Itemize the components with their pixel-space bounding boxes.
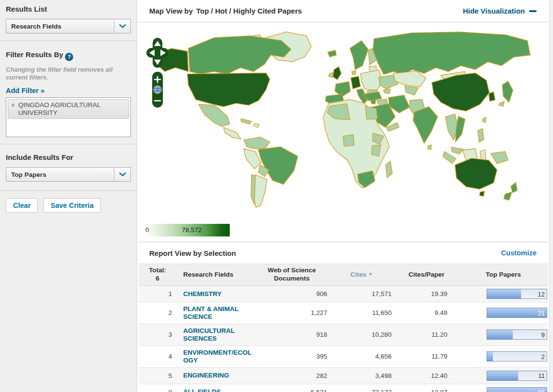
map-panel-title: Map View byTop / Hot / Highly Cited Pape… [149, 7, 302, 15]
country-shape[interactable] [483, 117, 486, 123]
country-shape[interactable] [405, 86, 418, 95]
research-field-link[interactable]: ALL FIELDS [176, 385, 255, 392]
header-total: Total: 6 [139, 264, 176, 285]
country-shape[interactable] [502, 81, 513, 102]
country-shape[interactable] [328, 50, 336, 57]
chevron-down-icon[interactable] [114, 168, 130, 181]
map-region: 0 78,572 [138, 22, 549, 242]
country-shape[interactable] [251, 174, 255, 204]
cites-per-paper-cell: 9.49 [395, 306, 458, 319]
filter-chip[interactable]: × QINGDAO AGRICULTURAL UNIVERSITY [8, 99, 129, 119]
rank-cell: 3 [139, 328, 176, 341]
results-list-section: Results List Research Fields [0, 0, 137, 41]
top-papers-value: 65 [538, 389, 545, 392]
country-shape[interactable] [490, 152, 508, 164]
country-shape[interactable] [443, 152, 456, 164]
research-field-link[interactable]: PLANT & ANIMAL SCIENCE [176, 302, 255, 324]
country-shape[interactable] [372, 145, 381, 157]
country-shape[interactable] [393, 71, 426, 87]
rank-cell: 5 [139, 369, 176, 382]
remove-filter-icon[interactable]: × [11, 102, 15, 109]
country-shape[interactable] [223, 127, 241, 139]
research-field-link[interactable]: AGRICULTURAL SCIENCES [176, 324, 255, 345]
cites-per-paper-cell: 11.79 [395, 350, 458, 363]
header-top-papers[interactable]: Top Papers [458, 264, 548, 285]
report-table: Total: 6 Research Fields Web of Science … [139, 264, 548, 392]
table-row: 0ALL FIELDS5,52172,17213.0765 [139, 384, 548, 392]
help-icon[interactable]: ? [65, 53, 73, 61]
country-shape[interactable] [244, 137, 270, 149]
country-shape[interactable] [511, 182, 517, 192]
chevron-down-icon[interactable] [114, 19, 130, 33]
legend-min-label: 0 [145, 226, 149, 234]
header-cites-per-paper[interactable]: Cites/Paper [395, 264, 458, 285]
customize-link[interactable]: Customize [501, 249, 537, 257]
country-shape[interactable] [350, 41, 368, 70]
country-shape[interactable] [198, 104, 230, 126]
country-shape[interactable] [386, 161, 393, 178]
research-field-link[interactable]: CHEMISTRY [176, 287, 255, 301]
include-results-dropdown[interactable]: Top Papers [6, 167, 131, 182]
top-papers-bar-fill [487, 352, 493, 361]
docs-cell: 1,227 [255, 306, 329, 319]
country-shape[interactable] [480, 191, 485, 196]
header-web-of-science-documents[interactable]: Web of Science Documents [255, 264, 329, 285]
research-field-link[interactable]: ENGINEERING [176, 369, 255, 382]
filter-listbox: × QINGDAO AGRICULTURAL UNIVERSITY [6, 97, 131, 137]
save-criteria-button[interactable]: Save Criteria [43, 198, 101, 213]
table-row: 2PLANT & ANIMAL SCIENCE1,22711,6509.4921 [139, 302, 548, 324]
include-results-selected-value: Top Papers [6, 168, 114, 181]
top-papers-value: 21 [538, 309, 545, 316]
cites-cell: 4,656 [329, 350, 395, 363]
rank-cell: 4 [139, 350, 176, 363]
top-papers-bar: 12 [487, 289, 547, 299]
country-shape[interactable] [478, 128, 484, 142]
country-shape[interactable] [489, 92, 495, 101]
country-shape[interactable] [254, 124, 259, 127]
globe-icon[interactable] [154, 86, 161, 94]
results-list-dropdown[interactable]: Research Fields [6, 19, 131, 33]
esi-application: Results List Research Fields Filter Resu… [0, 0, 553, 392]
hide-visualization-link[interactable]: Hide Visualization [463, 7, 537, 15]
country-shape[interactable] [241, 119, 252, 124]
country-shape[interactable] [335, 81, 350, 96]
country-shape[interactable] [432, 73, 489, 111]
top-papers-bar-fill [487, 371, 518, 380]
cites-per-paper-cell: 19.39 [395, 287, 458, 300]
header-cites[interactable]: Cites▼ [329, 264, 395, 285]
clear-button[interactable]: Clear [6, 198, 38, 213]
header-research-fields[interactable]: Research Fields [176, 264, 255, 285]
rank-cell: 0 [139, 386, 176, 392]
countries[interactable] [156, 32, 530, 207]
add-filter-link[interactable]: Add Filter » [6, 87, 45, 94]
country-shape[interactable] [480, 150, 486, 160]
country-shape[interactable] [352, 71, 356, 75]
country-shape[interactable] [427, 145, 431, 150]
country-shape[interactable] [329, 73, 333, 78]
country-shape[interactable] [451, 147, 463, 154]
country-shape[interactable] [499, 101, 504, 106]
legend-max-label: 78,572 [182, 226, 202, 234]
country-shape[interactable] [373, 32, 530, 75]
cites-per-paper-cell: 11.20 [395, 328, 458, 341]
country-shape[interactable] [384, 89, 391, 94]
country-shape[interactable] [189, 36, 291, 74]
country-shape[interactable] [456, 116, 465, 142]
map-pan-control[interactable] [146, 38, 169, 111]
world-map[interactable] [142, 28, 542, 221]
country-shape[interactable] [188, 73, 270, 107]
country-shape[interactable] [365, 106, 378, 119]
top-papers-cell: 65 [458, 384, 548, 392]
vertical-scrollbar[interactable] [549, 0, 553, 392]
country-shape[interactable] [504, 192, 512, 200]
research-field-link[interactable]: ENVIRONMENT/ECOLOGY [176, 346, 255, 367]
country-shape[interactable] [333, 67, 341, 80]
cites-cell: 11,650 [329, 306, 395, 319]
top-papers-bar: 9 [487, 329, 547, 340]
country-shape[interactable] [413, 107, 438, 143]
top-papers-bar-fill [487, 330, 513, 339]
country-shape[interactable] [351, 77, 361, 89]
country-shape[interactable] [455, 158, 497, 189]
table-header-row: Total: 6 Research Fields Web of Science … [139, 264, 548, 286]
country-shape[interactable] [343, 135, 354, 146]
